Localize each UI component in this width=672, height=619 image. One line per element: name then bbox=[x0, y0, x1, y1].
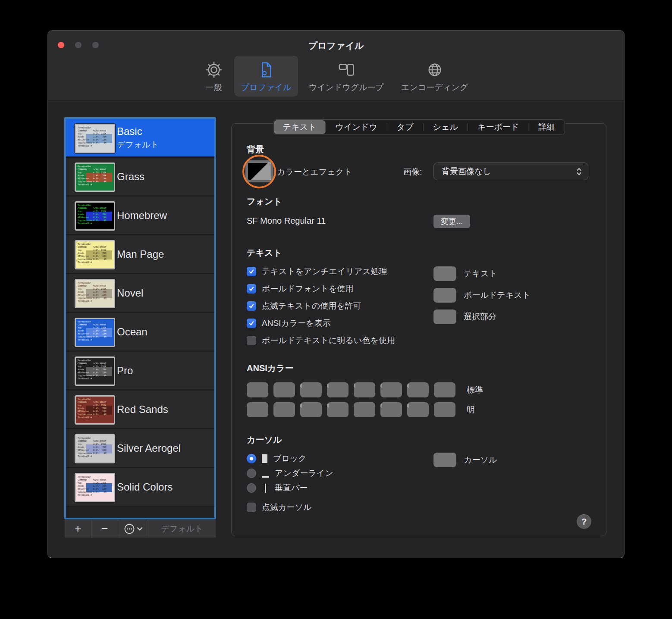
checkbox-row-blink-text[interactable]: 点滅テキストの使用を許可 bbox=[247, 300, 361, 312]
profile-item-solid-colors[interactable]: Terminal1#COMMAND %CPU RPRVTtop 4.2% 231… bbox=[66, 468, 214, 507]
profile-item-novel[interactable]: Terminal1#COMMAND %CPU RPRVTtop 4.2% 231… bbox=[66, 274, 214, 313]
ansi-cyan-well[interactable] bbox=[407, 382, 429, 397]
checkbox-unchecked[interactable] bbox=[247, 503, 256, 512]
globe-icon bbox=[425, 60, 445, 80]
selection-color-well[interactable] bbox=[433, 310, 456, 324]
block-cursor-glyph bbox=[262, 454, 267, 463]
profile-name: Solid Colors bbox=[117, 481, 211, 493]
text-heading: テキスト bbox=[247, 247, 282, 259]
tab-keyboard[interactable]: キーボード bbox=[468, 120, 528, 134]
window-group-icon bbox=[336, 60, 356, 80]
ansi-bright-black-well[interactable] bbox=[247, 402, 268, 417]
checkbox-checked[interactable] bbox=[247, 284, 256, 294]
profile-thumbnail: Terminal1#COMMAND %CPU RPRVTtop 4.2% 231… bbox=[75, 240, 115, 269]
bold-text-color-well[interactable] bbox=[433, 288, 456, 303]
radio-row-vertical-bar[interactable]: 垂直バー bbox=[247, 482, 308, 494]
tab-tab[interactable]: タブ bbox=[387, 120, 423, 134]
chevron-down-icon bbox=[137, 527, 143, 531]
profile-item-silver-aerogel[interactable]: Terminal1#COMMAND %CPU RPRVTtop 4.2% 231… bbox=[66, 429, 214, 468]
tab-window[interactable]: ウインドウ bbox=[326, 120, 386, 134]
ansi-blue-well[interactable] bbox=[354, 382, 375, 397]
profile-name: Man Page bbox=[117, 248, 211, 260]
profile-item-grass[interactable]: Terminal1#COMMAND %CPU RPRVTtop 4.2% 231… bbox=[66, 158, 214, 197]
settings-tabbar: テキスト ウインドウ タブ シェル キーボード 詳細 bbox=[273, 119, 565, 135]
radio-row-block[interactable]: ブロック bbox=[247, 453, 307, 464]
radio-unselected[interactable] bbox=[247, 469, 256, 478]
ansi-bright-blue-well[interactable] bbox=[354, 402, 375, 417]
profile-name: Red Sands bbox=[117, 403, 211, 416]
profile-list: Terminal1#COMMAND %CPU RPRVTtop 4.2% 231… bbox=[64, 117, 216, 519]
toolbar-item-window-groups[interactable]: ウインドウグループ bbox=[301, 56, 391, 97]
ansi-bright-white-well[interactable] bbox=[434, 402, 455, 417]
background-image-value: 背景画像なし bbox=[442, 166, 491, 177]
background-heading: 背景 bbox=[247, 144, 264, 155]
tab-shell[interactable]: シェル bbox=[424, 120, 468, 134]
ansi-green-well[interactable] bbox=[300, 382, 322, 397]
text-color-well[interactable] bbox=[433, 266, 456, 281]
tab-text[interactable]: テキスト bbox=[274, 120, 326, 134]
ansi-magenta-well[interactable] bbox=[380, 382, 402, 397]
checkbox-label: ボールドテキストに明るい色を使用 bbox=[262, 335, 395, 346]
annotation-circle bbox=[242, 155, 276, 188]
profile-item-basic[interactable]: Terminal1#COMMAND %CPU RPRVTtop 4.2% 231… bbox=[66, 119, 214, 158]
radio-unselected[interactable] bbox=[247, 483, 256, 493]
ansi-bright-red-well[interactable] bbox=[273, 402, 295, 417]
add-profile-button[interactable]: + bbox=[65, 520, 91, 538]
ansi-black-well[interactable] bbox=[247, 382, 268, 397]
ansi-bright-green-well[interactable] bbox=[300, 402, 322, 417]
checkbox-checked[interactable] bbox=[247, 267, 256, 276]
bold-text-color-row: ボールドテキスト bbox=[433, 288, 531, 303]
change-font-button[interactable]: 変更... bbox=[433, 215, 470, 228]
help-button[interactable]: ? bbox=[577, 514, 591, 529]
checkbox-row-bold-font[interactable]: ボールドフォントを使用 bbox=[247, 283, 354, 294]
profile-item-man-page[interactable]: Terminal1#COMMAND %CPU RPRVTtop 4.2% 231… bbox=[66, 235, 214, 274]
ansi-white-well[interactable] bbox=[434, 382, 455, 397]
tab-advanced[interactable]: 詳細 bbox=[529, 120, 564, 134]
radio-label: 垂直バー bbox=[275, 482, 308, 494]
profile-name: Novel bbox=[117, 287, 211, 299]
radio-row-underline[interactable]: アンダーライン bbox=[247, 468, 333, 479]
checkbox-label: 点滅カーソル bbox=[262, 502, 311, 513]
ansi-bright-yellow-well[interactable] bbox=[327, 402, 349, 417]
toolbar-item-label: プロファイル bbox=[241, 82, 292, 93]
profile-document-icon bbox=[256, 60, 276, 80]
checkbox-checked[interactable] bbox=[247, 301, 256, 311]
radio-selected[interactable] bbox=[247, 454, 256, 463]
set-default-button[interactable]: デフォルト bbox=[148, 520, 216, 538]
profile-thumbnail: Terminal1#COMMAND %CPU RPRVTtop 4.2% 231… bbox=[75, 318, 115, 347]
ansi-red-well[interactable] bbox=[273, 382, 295, 397]
checkbox-row-blink-cursor[interactable]: 点滅カーソル bbox=[247, 502, 311, 513]
ansi-bright-magenta-well[interactable] bbox=[380, 402, 402, 417]
toolbar-item-profiles[interactable]: プロファイル bbox=[234, 56, 298, 97]
well-label: ボールドテキスト bbox=[464, 290, 531, 301]
well-label: カーソル bbox=[464, 454, 497, 466]
settings-toolbar: 一般 プロファイル bbox=[48, 56, 624, 97]
toolbar-item-encodings[interactable]: エンコーディング bbox=[394, 56, 475, 97]
checkbox-row-ansi-colors[interactable]: ANSIカラーを表示 bbox=[247, 318, 331, 329]
profile-name: Ocean bbox=[117, 326, 211, 338]
radio-label: ブロック bbox=[273, 453, 307, 464]
profile-item-homebrew[interactable]: Terminal1#COMMAND %CPU RPRVTtop 4.2% 231… bbox=[66, 197, 214, 235]
ansi-yellow-well[interactable] bbox=[327, 382, 349, 397]
profile-thumbnail: Terminal1#COMMAND %CPU RPRVTtop 4.2% 231… bbox=[75, 163, 115, 192]
checkbox-label: ANSIカラーを表示 bbox=[262, 318, 331, 329]
profile-actions-menu-button[interactable] bbox=[118, 520, 148, 538]
cursor-heading: カーソル bbox=[247, 434, 282, 446]
profile-item-pro[interactable]: Terminal1#COMMAND %CPU RPRVTtop 4.2% 231… bbox=[66, 352, 214, 391]
checkbox-row-antialias[interactable]: テキストをアンチエイリアス処理 bbox=[247, 266, 387, 277]
checkbox-checked[interactable] bbox=[247, 319, 256, 328]
profile-item-red-sands[interactable]: Terminal1#COMMAND %CPU RPRVTtop 4.2% 231… bbox=[66, 391, 214, 429]
checkbox-row-bright-bold[interactable]: ボールドテキストに明るい色を使用 bbox=[247, 335, 395, 346]
background-image-select[interactable]: 背景画像なし bbox=[433, 163, 588, 180]
checkbox-unchecked[interactable] bbox=[247, 336, 256, 345]
ansi-bright-cyan-well[interactable] bbox=[407, 402, 429, 417]
profile-item-ocean[interactable]: Terminal1#COMMAND %CPU RPRVTtop 4.2% 231… bbox=[66, 313, 214, 352]
cursor-color-well[interactable] bbox=[433, 453, 456, 467]
remove-profile-button[interactable]: − bbox=[91, 520, 118, 538]
window-title: プロファイル bbox=[48, 40, 624, 52]
underline-cursor-glyph bbox=[262, 476, 269, 478]
ansi-standard-row: 標準 bbox=[247, 382, 483, 397]
toolbar-item-general[interactable]: 一般 bbox=[197, 56, 231, 97]
ansi-bright-row: 明 bbox=[247, 402, 475, 417]
checkbox-label: テキストをアンチエイリアス処理 bbox=[262, 266, 387, 277]
